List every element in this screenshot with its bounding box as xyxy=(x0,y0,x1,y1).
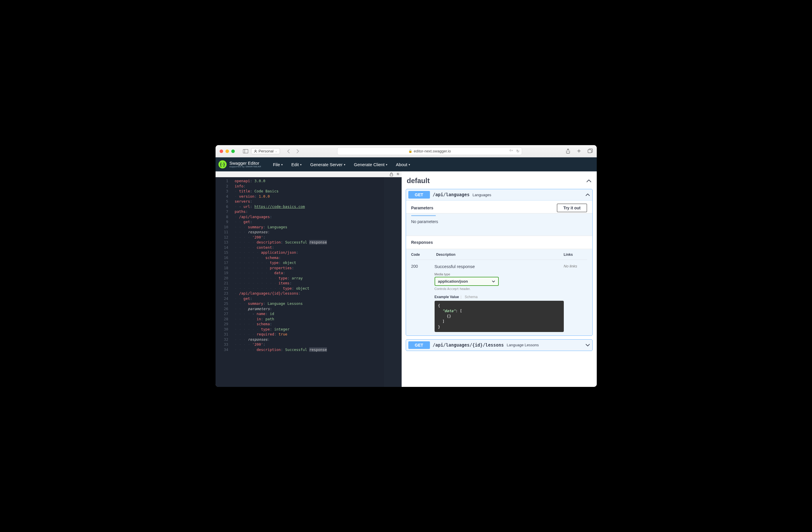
tab-schema[interactable]: Schema xyxy=(465,295,477,299)
response-description: Successful response xyxy=(435,264,564,269)
chevron-down-icon: ⌄ xyxy=(275,150,277,153)
code-content[interactable]: openapi: 3.0.0info:· title: Code Basics·… xyxy=(231,177,402,387)
media-type-value: application/json xyxy=(438,279,468,283)
caret-down-icon: ▼ xyxy=(408,164,411,166)
editor-area[interactable]: 1234567891011121314151617181920212223242… xyxy=(216,177,402,387)
menu-file[interactable]: File▼ xyxy=(273,162,283,167)
operation-body: Parameters Try it out No parameters Resp… xyxy=(406,200,592,336)
parameters-title: Parameters xyxy=(411,206,433,210)
preview-pane: default GET /api/languages Languages Par… xyxy=(402,171,597,387)
minimize-window-button[interactable] xyxy=(226,150,229,153)
maximize-window-button[interactable] xyxy=(231,150,235,153)
response-links: No links xyxy=(564,264,587,332)
tab-underline xyxy=(411,215,436,216)
window-controls xyxy=(220,150,235,153)
swagger-logo-icon: {···} xyxy=(218,160,227,168)
responses-title: Responses xyxy=(406,236,592,249)
operation-description: Languages xyxy=(473,193,491,197)
svg-rect-0 xyxy=(243,149,248,153)
header-links: Links xyxy=(564,253,587,257)
editor-pane: ☀ 12345678910111213141516171819202122232… xyxy=(216,171,402,387)
url-bar[interactable]: 🔒 editor-next.swagger.io ᴳ⁺ ↻ xyxy=(337,147,522,155)
app-header: {···} Swagger Editor supported by SMARTB… xyxy=(216,157,597,171)
header-code: Code xyxy=(411,253,435,257)
try-it-out-button[interactable]: Try it out xyxy=(557,204,587,212)
caret-down-icon: ▼ xyxy=(300,164,302,166)
sidebar-toggle-icon[interactable] xyxy=(243,149,248,153)
readonly-lock-icon[interactable] xyxy=(390,172,393,176)
caret-down-icon: ▼ xyxy=(281,164,283,166)
caret-down-icon: ▼ xyxy=(343,164,346,166)
line-gutter: 1234567891011121314151617181920212223242… xyxy=(216,177,231,387)
safari-toolbar: Personal ⌄ 🔒 editor-next.swagger.io ᴳ⁺ ↻ xyxy=(216,145,597,157)
logo-subtitle: supported by SMARTBEAR xyxy=(230,165,261,168)
operation-path: /api/languages xyxy=(433,192,469,197)
method-badge: GET xyxy=(408,191,430,198)
tabs-icon[interactable] xyxy=(588,149,593,154)
reload-icon[interactable]: ↻ xyxy=(516,149,520,153)
chevron-down-icon xyxy=(492,280,495,283)
editor-toolbar: ☀ xyxy=(216,171,402,177)
response-content: Successful response Media type applicati… xyxy=(435,264,564,332)
responses-table: Code Description Links 200 Successful re… xyxy=(406,249,592,336)
tag-section-header[interactable]: default xyxy=(406,174,593,189)
new-tab-icon[interactable] xyxy=(577,149,581,154)
menu-about[interactable]: About▼ xyxy=(396,162,410,167)
header-description: Description xyxy=(435,253,564,257)
operation-path: /api/languages/{id}/lessons xyxy=(433,342,504,348)
share-icon[interactable] xyxy=(566,149,570,154)
operation-summary[interactable]: GET /api/languages Languages xyxy=(406,189,592,200)
method-badge: GET xyxy=(408,341,430,349)
tab-example-value[interactable]: Example Value xyxy=(435,295,459,299)
svg-point-2 xyxy=(255,150,256,151)
logo: {···} Swagger Editor supported by SMARTB… xyxy=(218,160,261,168)
caret-down-icon: ▼ xyxy=(385,164,388,166)
parameters-header: Parameters Try it out xyxy=(406,200,592,213)
content-split: ☀ 12345678910111213141516171819202122232… xyxy=(216,171,597,387)
minimap[interactable] xyxy=(384,177,402,387)
operation-summary[interactable]: GET /api/languages/{id}/lessons Language… xyxy=(406,339,592,351)
back-button[interactable] xyxy=(287,149,290,154)
profile-name: Personal xyxy=(259,149,274,153)
menu-generate-server[interactable]: Generate Server▼ xyxy=(310,162,346,167)
operation-block-lessons: GET /api/languages/{id}/lessons Language… xyxy=(406,339,593,351)
forward-button[interactable] xyxy=(296,149,299,154)
menu-edit[interactable]: Edit▼ xyxy=(291,162,302,167)
media-type-label: Media type xyxy=(435,272,564,276)
translate-icon[interactable]: ᴳ⁺ xyxy=(509,149,513,153)
lock-icon: 🔒 xyxy=(408,149,412,153)
svg-rect-3 xyxy=(588,150,591,153)
example-tabs: Example Value | Schema xyxy=(435,295,564,299)
tag-name: default xyxy=(407,177,430,185)
close-window-button[interactable] xyxy=(220,150,223,153)
chevron-up-icon xyxy=(586,179,592,182)
theme-toggle-icon[interactable]: ☀ xyxy=(396,172,400,176)
no-parameters-message: No parameters xyxy=(406,213,592,236)
menu-bar: File▼ Edit▼ Generate Server▼ Generate Cl… xyxy=(273,162,411,167)
operation-description: Language Lessons xyxy=(507,343,539,347)
browser-window: Personal ⌄ 🔒 editor-next.swagger.io ᴳ⁺ ↻… xyxy=(216,145,597,387)
svg-rect-4 xyxy=(390,174,393,176)
menu-generate-client[interactable]: Generate Client▼ xyxy=(354,162,388,167)
url-text: editor-next.swagger.io xyxy=(414,149,451,153)
controls-hint: Controls Accept header. xyxy=(435,287,564,291)
person-icon xyxy=(254,150,257,153)
logo-title: Swagger Editor xyxy=(230,161,261,165)
chevron-up-icon xyxy=(585,193,590,196)
response-row: 200 Successful response Media type appli… xyxy=(411,260,587,332)
profile-selector[interactable]: Personal ⌄ xyxy=(251,148,280,154)
example-body[interactable]: { "data": [ {} ] } xyxy=(435,301,564,332)
media-type-select[interactable]: application/json xyxy=(435,277,499,286)
chevron-down-icon xyxy=(585,344,590,347)
response-code: 200 xyxy=(411,264,435,332)
operation-block-languages: GET /api/languages Languages Parameters … xyxy=(406,189,593,336)
